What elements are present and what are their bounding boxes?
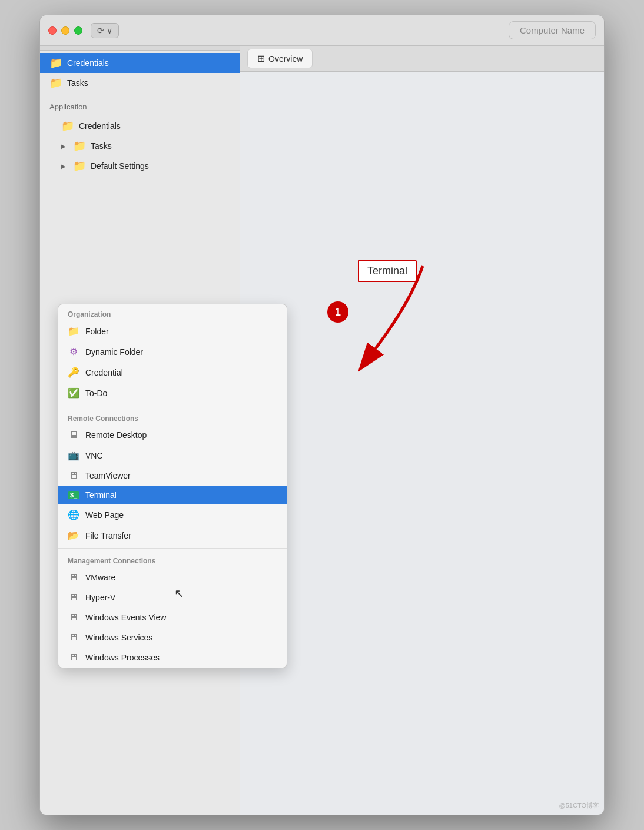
item-label: Web Page bbox=[85, 510, 124, 520]
traffic-lights bbox=[48, 26, 82, 35]
sidebar-app-section: 📁 Credentials ▶ 📁 Tasks ▶ 📁 Default Sett… bbox=[40, 114, 240, 178]
badge-number: 1 bbox=[335, 306, 341, 318]
step-badge: 1 bbox=[327, 301, 348, 323]
chevron-right-icon: ▶ bbox=[61, 163, 66, 170]
vmware-icon: 🖥 bbox=[68, 572, 79, 583]
web-page-icon: 🌐 bbox=[68, 509, 79, 520]
todo-icon: ✅ bbox=[68, 387, 79, 399]
maximize-button[interactable] bbox=[74, 26, 82, 35]
folder-icon: 📁 bbox=[73, 140, 86, 152]
sidebar-top-section: 📁 Credentials 📁 Tasks bbox=[40, 51, 240, 95]
item-label: Remote Desktop bbox=[85, 430, 147, 440]
folder-icon: 📁 bbox=[49, 77, 62, 89]
tooltip-text: Terminal bbox=[367, 265, 407, 277]
title-bar: ⟳ ∨ Computer Name bbox=[40, 15, 604, 46]
watermark: @51CTO博客 bbox=[559, 801, 599, 810]
item-label: TeamViewer bbox=[85, 471, 131, 480]
windows-processes-icon: 🖥 bbox=[68, 652, 79, 663]
dropdown-item-vmware[interactable]: 🖥 VMware bbox=[58, 567, 287, 587]
sidebar-item-label: Tasks bbox=[67, 78, 88, 88]
sidebar-item-credentials-top[interactable]: 📁 Credentials bbox=[40, 53, 240, 73]
dropdown-item-folder[interactable]: 📁 Folder bbox=[58, 321, 287, 341]
credential-icon: 🔑 bbox=[68, 367, 79, 378]
sidebar-item-label: Credentials bbox=[67, 58, 109, 68]
sidebar-item-tasks-top[interactable]: 📁 Tasks bbox=[40, 73, 240, 93]
folder-icon: 📁 bbox=[68, 326, 79, 337]
app-window: ⟳ ∨ Computer Name 📁 Credentials 📁 Tasks bbox=[39, 15, 605, 815]
computer-name-button[interactable]: Computer Name bbox=[509, 21, 596, 39]
dropdown-item-remote-desktop[interactable]: 🖥 Remote Desktop bbox=[58, 425, 287, 445]
item-label: VNC bbox=[85, 451, 103, 460]
computer-name-label: Computer Name bbox=[520, 25, 585, 35]
sidebar-item-label: Tasks bbox=[91, 141, 112, 151]
item-label: To-Do bbox=[85, 389, 107, 398]
terminal-icon: $_ bbox=[68, 491, 79, 499]
item-label: Dynamic Folder bbox=[85, 347, 143, 357]
tab-bar: ⊞ Overview bbox=[240, 46, 604, 72]
section-label: Organization bbox=[68, 310, 111, 318]
sidebar-item-label: Default Settings bbox=[91, 161, 149, 171]
dropdown-item-windows-processes[interactable]: 🖥 Windows Processes bbox=[58, 648, 287, 668]
dropdown-item-vnc[interactable]: 📺 VNC bbox=[58, 445, 287, 466]
sidebar-item-credentials-app[interactable]: 📁 Credentials bbox=[40, 116, 240, 136]
item-label: Folder bbox=[85, 327, 109, 336]
section-label: Application bbox=[49, 102, 87, 111]
divider bbox=[58, 406, 287, 406]
chevron-down-icon: ∨ bbox=[107, 26, 112, 35]
dropdown-item-teamviewer[interactable]: 🖥 TeamViewer bbox=[58, 466, 287, 486]
section-label: Remote Connections bbox=[68, 414, 138, 423]
dropdown-item-hyper-v[interactable]: 🖥 Hyper-V bbox=[58, 587, 287, 607]
dropdown-item-file-transfer[interactable]: 📂 File Transfer bbox=[58, 525, 287, 546]
folder-icon: 📁 bbox=[73, 160, 86, 172]
dropdown-item-windows-services[interactable]: 🖥 Windows Services bbox=[58, 628, 287, 648]
minimize-button[interactable] bbox=[61, 26, 69, 35]
item-label: Windows Processes bbox=[85, 653, 160, 662]
item-label: Windows Events View bbox=[85, 613, 166, 622]
section-label: Management Connections bbox=[68, 557, 155, 565]
folder-icon: 📁 bbox=[61, 119, 74, 132]
item-label: Terminal bbox=[85, 490, 117, 500]
dropdown-item-web-page[interactable]: 🌐 Web Page bbox=[58, 504, 287, 525]
windows-services-icon: 🖥 bbox=[68, 632, 79, 643]
remote-section-header: Remote Connections bbox=[58, 409, 287, 425]
dropdown-item-dynamic-folder[interactable]: ⚙ Dynamic Folder bbox=[58, 341, 287, 362]
dynamic-folder-icon: ⚙ bbox=[68, 346, 79, 357]
tab-overview[interactable]: ⊞ Overview bbox=[247, 49, 313, 68]
vnc-icon: 📺 bbox=[68, 450, 79, 461]
dropdown-item-windows-events[interactable]: 🖥 Windows Events View bbox=[58, 607, 287, 628]
nav-back-forward-button[interactable]: ⟳ ∨ bbox=[91, 23, 119, 38]
management-section-header: Management Connections bbox=[58, 551, 287, 567]
overview-icon: ⊞ bbox=[257, 53, 265, 64]
terminal-tooltip: Terminal bbox=[358, 260, 417, 282]
dropdown-item-terminal[interactable]: $_ Terminal bbox=[58, 486, 287, 504]
item-label: VMware bbox=[85, 573, 115, 582]
right-panel: Terminal 1 @51CTO博客 bbox=[240, 72, 604, 815]
item-label: Credential bbox=[85, 368, 123, 377]
sidebar-item-tasks-app[interactable]: ▶ 📁 Tasks bbox=[40, 136, 240, 156]
dropdown-menu: Organization 📁 Folder ⚙ Dynamic Folder 🔑… bbox=[58, 304, 287, 668]
remote-desktop-icon: 🖥 bbox=[68, 430, 79, 440]
sidebar-item-label: Credentials bbox=[79, 121, 121, 131]
item-label: Windows Services bbox=[85, 633, 152, 642]
application-section-header: Application bbox=[40, 95, 240, 114]
teamviewer-icon: 🖥 bbox=[68, 470, 79, 481]
refresh-icon: ⟳ bbox=[97, 26, 104, 35]
tab-label: Overview bbox=[268, 54, 303, 64]
organization-section-header: Organization bbox=[58, 304, 287, 321]
sidebar-item-default-settings[interactable]: ▶ 📁 Default Settings bbox=[40, 156, 240, 176]
dropdown-item-credential[interactable]: 🔑 Credential bbox=[58, 362, 287, 383]
item-label: File Transfer bbox=[85, 531, 131, 540]
chevron-right-icon: ▶ bbox=[61, 143, 66, 150]
divider bbox=[58, 548, 287, 549]
folder-icon: 📁 bbox=[49, 57, 62, 69]
dropdown-item-todo[interactable]: ✅ To-Do bbox=[58, 383, 287, 403]
windows-events-icon: 🖥 bbox=[68, 612, 79, 623]
item-label: Hyper-V bbox=[85, 593, 115, 602]
hyper-v-icon: 🖥 bbox=[68, 592, 79, 603]
close-button[interactable] bbox=[48, 26, 57, 35]
file-transfer-icon: 📂 bbox=[68, 530, 79, 541]
